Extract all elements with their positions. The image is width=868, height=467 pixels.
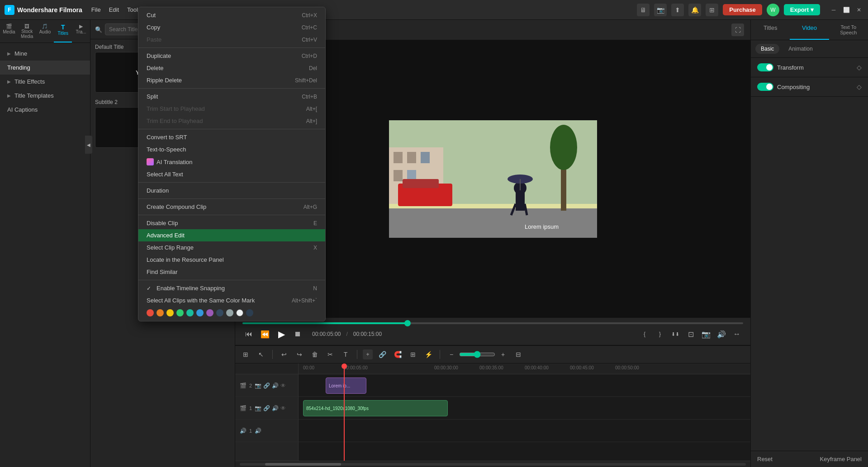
progress-bar[interactable] — [242, 322, 743, 324]
sidebar-tab-media[interactable]: 🎬Media — [0, 20, 18, 42]
volume-icon[interactable]: 🔊 — [715, 328, 728, 340]
context-menu-advanced-edit[interactable]: Advanced Edit — [138, 229, 325, 241]
color-dot-red[interactable] — [147, 309, 154, 316]
snapshot-icon[interactable]: 📷 — [700, 328, 712, 340]
skip-back-button[interactable]: ⏮ — [242, 328, 255, 340]
color-dot-teal[interactable] — [186, 309, 194, 316]
close-button[interactable]: ✕ — [854, 5, 863, 14]
sidebar-item-ai-captions[interactable]: AI Captions — [0, 103, 90, 117]
context-menu-convert-srt[interactable]: Convert to SRT — [138, 131, 325, 143]
redo-button[interactable]: ↪ — [294, 349, 305, 360]
zoom-slider[interactable] — [459, 351, 495, 358]
avatar[interactable]: W — [767, 4, 779, 16]
color-dot-yellow[interactable] — [166, 309, 174, 316]
context-menu-ripple-delete[interactable]: Ripple Delete Shift+Del — [138, 74, 325, 86]
grid-view-button[interactable]: ⊞ — [240, 349, 251, 360]
context-menu-enable-snapping[interactable]: ✓ Enable Timeline Snapping N — [138, 282, 325, 294]
menu-file[interactable]: File — [91, 6, 101, 13]
collapse-sidebar-button[interactable]: ◀ — [85, 136, 92, 154]
sub-tab-animation[interactable]: Animation — [783, 44, 818, 54]
audio-icon[interactable]: 🔊 — [272, 405, 279, 411]
mark-out-icon[interactable]: } — [654, 328, 666, 340]
context-menu-create-compound[interactable]: Create Compound Clip Alt+G — [138, 201, 325, 213]
sidebar-tab-transitions[interactable]: ▶Tra... — [72, 20, 90, 42]
context-menu-locate-resource[interactable]: Locate in the Resource Panel — [138, 254, 325, 266]
keyframe-panel-button[interactable]: Keyframe Panel — [820, 456, 862, 462]
sidebar-item-mine[interactable]: ▶ Mine — [0, 47, 90, 61]
mark-in-icon[interactable]: { — [638, 328, 651, 340]
play-button[interactable]: ▶ — [275, 328, 288, 340]
audio-icon[interactable]: 🔊 — [255, 428, 261, 434]
export-button[interactable]: Export ▾ — [784, 4, 820, 15]
sidebar-tab-titles[interactable]: TTitles — [54, 20, 72, 42]
monitor-icon[interactable]: 🖥 — [637, 4, 650, 16]
sidebar-tab-audio[interactable]: 🎵Audio — [36, 20, 54, 42]
context-menu-text-to-speech[interactable]: Text-to-Speech — [138, 143, 325, 156]
camera-icon[interactable]: 📷 — [255, 382, 261, 389]
context-menu-disable-clip[interactable]: Disable Clip E — [138, 217, 325, 229]
sidebar-tab-stock[interactable]: 🖼Stock Media — [18, 20, 36, 42]
context-menu-split[interactable]: Split Ctrl+B — [138, 90, 325, 103]
color-dot-orange[interactable] — [157, 309, 164, 316]
color-dot-dark[interactable] — [216, 309, 223, 316]
playhead[interactable] — [344, 363, 345, 461]
step-back-button[interactable]: ⏪ — [259, 328, 271, 340]
sidebar-item-title-templates[interactable]: ▶ Title Templates — [0, 89, 90, 103]
progress-thumb[interactable] — [404, 320, 411, 326]
delete-button[interactable]: 🗑 — [309, 349, 321, 360]
camera-icon[interactable]: 📷 — [255, 405, 261, 411]
layout-toggle-button[interactable]: ⊟ — [512, 349, 524, 360]
scrollbar-thumb[interactable] — [265, 463, 341, 466]
transform-icon[interactable]: ↔ — [730, 328, 743, 340]
keyframe-icon[interactable]: ◇ — [857, 64, 862, 71]
zoom-out-button[interactable]: − — [446, 349, 457, 360]
magnet-icon[interactable]: 🧲 — [392, 349, 403, 360]
tab-video[interactable]: Video — [790, 20, 829, 40]
link-icon[interactable]: 🔗 — [263, 405, 270, 411]
compositing-toggle[interactable] — [757, 83, 773, 91]
timeline-scrollbar[interactable] — [235, 461, 750, 467]
tab-titles[interactable]: Titles — [751, 20, 790, 40]
eye-icon[interactable]: 👁 — [280, 405, 286, 411]
context-menu-copy[interactable]: Copy Ctrl+C — [138, 21, 325, 33]
purchase-button[interactable]: Purchase — [723, 4, 762, 15]
context-menu-select-clip-range[interactable]: Select Clip Range X — [138, 241, 325, 254]
maximize-button[interactable]: ⬜ — [842, 5, 851, 14]
subtitle-clip[interactable]: Lorem ip... — [326, 377, 366, 394]
minimize-button[interactable]: ─ — [829, 5, 838, 14]
cut-button[interactable]: ✂ — [324, 349, 336, 360]
video-clip[interactable]: 854x214-hd_1920x1080_30fps — [303, 400, 448, 416]
color-dot-white[interactable] — [236, 309, 243, 316]
sub-tab-basic[interactable]: Basic — [755, 44, 779, 54]
context-menu-select-all-text[interactable]: Select All Text — [138, 168, 325, 180]
transform-toggle[interactable] — [757, 63, 773, 71]
context-menu-find-similar[interactable]: Find Similar — [138, 266, 325, 278]
keyframe-icon[interactable]: ◇ — [857, 83, 862, 90]
color-dot-gray[interactable] — [226, 309, 233, 316]
add-track-button[interactable]: + — [363, 349, 373, 359]
fullscreen-icon[interactable]: ⛶ — [731, 24, 744, 36]
sidebar-item-trending[interactable]: Trending — [0, 61, 90, 75]
undo-button[interactable]: ↩ — [278, 349, 290, 360]
snap-button[interactable]: ⊞ — [407, 349, 419, 360]
context-menu-delete[interactable]: Delete Del — [138, 62, 325, 74]
tab-text-to-speech[interactable]: Text To Speech — [829, 20, 868, 40]
color-dot-purple[interactable] — [206, 309, 213, 316]
link-button[interactable]: 🔗 — [376, 349, 388, 360]
context-menu-duration[interactable]: Duration — [138, 184, 325, 197]
upload-icon[interactable]: ⬆ — [671, 4, 684, 16]
reset-button[interactable]: Reset — [757, 456, 773, 462]
context-menu-cut[interactable]: Cut Ctrl+X — [138, 9, 325, 21]
eye-icon[interactable]: 👁 — [280, 382, 286, 389]
grid-icon[interactable]: ⊞ — [706, 4, 718, 16]
context-menu-duplicate[interactable]: Duplicate Ctrl+D — [138, 50, 325, 62]
speed-button[interactable]: ⚡ — [422, 349, 434, 360]
context-menu-select-same-color[interactable]: Select All Clips with the Same Color Mar… — [138, 294, 325, 307]
layout-icon[interactable]: ⊡ — [684, 328, 697, 340]
square-button[interactable]: ⏹ — [291, 328, 304, 340]
color-dot-green[interactable] — [176, 309, 184, 316]
link-icon[interactable]: 🔗 — [263, 382, 270, 389]
select-tool-button[interactable]: ↖ — [255, 349, 267, 360]
color-dot-blue[interactable] — [196, 309, 204, 316]
color-dot-navy[interactable] — [246, 309, 253, 316]
